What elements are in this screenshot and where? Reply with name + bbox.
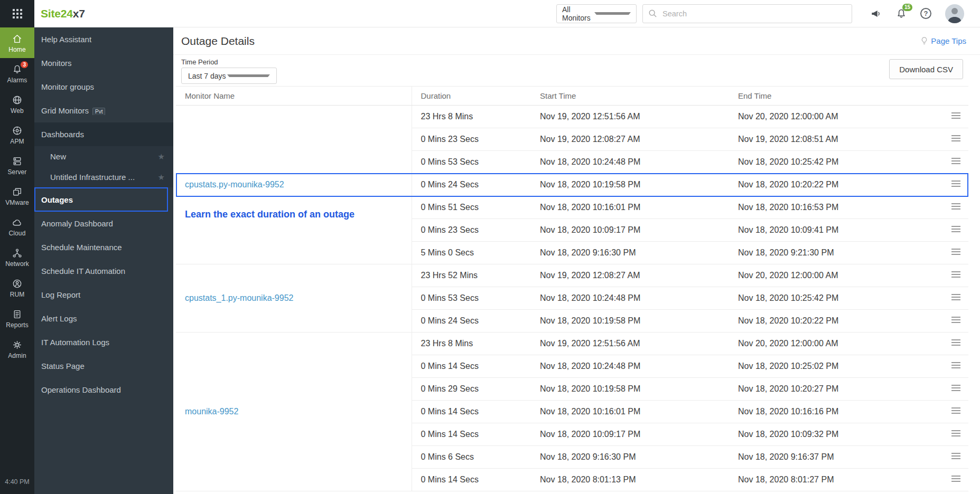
- row-menu-icon[interactable]: [950, 131, 962, 145]
- table-header-row: Monitor Name Duration Start Time End Tim…: [176, 87, 968, 106]
- sidebar-item-grid-monitors[interactable]: Grid MonitorsPvt: [34, 99, 173, 122]
- end-time-cell: Nov 18, 2020 10:16:16 PM: [729, 401, 943, 423]
- rail-item-web[interactable]: Web: [0, 89, 34, 119]
- rail-item-cloud[interactable]: Cloud: [0, 211, 34, 242]
- help-icon[interactable]: ?: [920, 8, 931, 19]
- start-time-cell: Nov 18, 2020 10:24:48 PM: [531, 287, 729, 310]
- user-avatar[interactable]: [945, 4, 964, 23]
- row-menu-icon[interactable]: [950, 313, 962, 327]
- sidebar-item-label: IT Automation Logs: [41, 338, 165, 347]
- column-header-menu: [943, 87, 968, 106]
- end-time-cell: Nov 20, 2020 12:00:00 AM: [729, 264, 943, 287]
- duration-cell: 0 Mins 14 Secs: [412, 355, 531, 378]
- sidebar-item-new[interactable]: New★: [34, 146, 173, 167]
- monitor-scope-select[interactable]: All Monitors: [556, 4, 637, 23]
- row-menu-cell: [943, 378, 968, 401]
- sidebar-item-schedule-it-automation[interactable]: Schedule IT Automation: [34, 259, 173, 283]
- row-menu-icon[interactable]: [950, 109, 962, 122]
- rail-item-alarms[interactable]: 3Alarms: [0, 58, 34, 89]
- download-csv-button[interactable]: Download CSV: [889, 59, 963, 79]
- chevron-down-icon: [227, 74, 270, 77]
- rail-item-apm[interactable]: APM: [0, 119, 34, 150]
- rail-item-home[interactable]: Home: [0, 27, 34, 58]
- rail-item-label: Network: [5, 260, 29, 268]
- sidebar-item-schedule-maintenance[interactable]: Schedule Maintenance: [34, 235, 173, 259]
- row-menu-icon[interactable]: [950, 154, 962, 168]
- row-menu-icon[interactable]: [950, 404, 962, 417]
- pvt-badge: Pvt: [92, 108, 105, 115]
- sidebar-item-monitors[interactable]: Monitors: [34, 51, 173, 75]
- sidebar-item-label: Monitors: [41, 59, 165, 68]
- duration-cell: 0 Mins 53 Secs: [412, 287, 531, 310]
- duration-cell: 0 Mins 6 Secs: [412, 446, 531, 469]
- row-menu-icon[interactable]: [950, 472, 962, 486]
- start-time-cell: Nov 18, 2020 9:16:30 PM: [531, 242, 729, 264]
- sidebar-item-label: Dashboards: [41, 130, 165, 139]
- end-time-cell: Nov 20, 2020 12:00:00 AM: [729, 106, 943, 128]
- row-menu-icon[interactable]: [950, 381, 962, 395]
- row-menu-icon[interactable]: [950, 222, 962, 236]
- sidebar-item-operations-dashboard[interactable]: Operations Dashboard: [34, 378, 173, 402]
- rail-item-network[interactable]: Network: [0, 242, 34, 272]
- rail-item-label: Admin: [8, 352, 26, 359]
- search-icon: [648, 9, 657, 18]
- notifications-bell-icon[interactable]: 15: [895, 8, 907, 20]
- announcements-icon[interactable]: [870, 8, 882, 20]
- sidebar-item-log-report[interactable]: Log Report: [34, 283, 173, 307]
- sidebar-item-anomaly-dashboard[interactable]: Anomaly Dashboard: [34, 212, 173, 235]
- time-period-select[interactable]: Last 7 days: [181, 68, 277, 84]
- row-menu-icon[interactable]: [950, 358, 962, 372]
- search-input[interactable]: [661, 9, 846, 18]
- rail-item-server[interactable]: Server: [0, 150, 34, 180]
- rail-item-admin[interactable]: Admin: [0, 334, 34, 364]
- row-menu-icon[interactable]: [950, 449, 962, 463]
- row-menu-icon[interactable]: [950, 268, 962, 281]
- rail-item-rum[interactable]: RUM: [0, 272, 34, 303]
- monitor-name-link[interactable]: cpustats.py-mounika-9952: [185, 180, 284, 189]
- bulb-icon: [920, 36, 928, 45]
- sidebar-item-monitor-groups[interactable]: Monitor groups: [34, 75, 173, 99]
- site24x7-logo[interactable]: Site24x7: [41, 7, 85, 20]
- network-icon: [12, 247, 23, 259]
- end-time-cell: Nov 18, 2020 10:25:42 PM: [729, 151, 943, 174]
- rail-item-vmware[interactable]: VMware: [0, 180, 34, 211]
- monitor-name-link[interactable]: mounika-9952: [185, 407, 238, 416]
- star-icon[interactable]: ★: [158, 152, 165, 162]
- sidebar-item-dashboards[interactable]: Dashboards: [34, 122, 173, 146]
- row-menu-icon[interactable]: [950, 177, 962, 191]
- start-time-cell: Nov 19, 2020 12:51:56 AM: [531, 332, 729, 355]
- duration-cell: 0 Mins 14 Secs: [412, 423, 531, 446]
- start-time-cell: Nov 18, 2020 10:19:58 PM: [531, 174, 729, 196]
- sidebar-item-it-automation-logs[interactable]: IT Automation Logs: [34, 330, 173, 354]
- main-content: Outage Details Page Tips Time Period Las…: [173, 27, 980, 494]
- sidebar-item-untitled-infrastructure[interactable]: Untitled Infrastructure ...★: [34, 167, 173, 187]
- chevron-down-icon: [594, 12, 631, 15]
- row-menu-icon[interactable]: [950, 336, 962, 349]
- monitor-name-link[interactable]: cpustats_1.py-mounika-9952: [185, 293, 293, 302]
- sidebar-item-outages[interactable]: Outages: [34, 187, 168, 212]
- row-menu-cell: [943, 219, 968, 242]
- end-time-cell: Nov 18, 2020 10:25:42 PM: [729, 287, 943, 310]
- home-icon: [12, 33, 23, 45]
- sidebar-item-status-page[interactable]: Status Page: [34, 354, 173, 378]
- row-menu-icon[interactable]: [950, 200, 962, 213]
- sidebar-item-label: Schedule Maintenance: [41, 243, 165, 252]
- star-icon[interactable]: ★: [158, 173, 165, 182]
- sidebar-item-help-assistant[interactable]: Help Assistant: [34, 27, 173, 51]
- rail-item-reports[interactable]: Reports: [0, 303, 34, 334]
- duration-cell: 0 Mins 14 Secs: [412, 469, 531, 491]
- row-menu-icon[interactable]: [950, 290, 962, 304]
- end-time-cell: Nov 18, 2020 10:09:41 PM: [729, 219, 943, 242]
- apps-grid-icon[interactable]: [0, 0, 34, 27]
- logo-text-green: Site24: [41, 7, 73, 20]
- sidebar-item-alert-logs[interactable]: Alert Logs: [34, 307, 173, 330]
- monitor-scope-value: All Monitors: [562, 5, 594, 22]
- sidebar-item-label: Monitor groups: [41, 82, 165, 91]
- duration-cell: 0 Mins 53 Secs: [412, 151, 531, 174]
- row-menu-icon[interactable]: [950, 245, 962, 259]
- row-menu-cell: [943, 332, 968, 355]
- page-tips-link[interactable]: Page Tips: [920, 36, 966, 45]
- rail-item-label: VMware: [5, 199, 29, 206]
- row-menu-icon[interactable]: [950, 426, 962, 440]
- rail-item-label: Reports: [6, 321, 29, 329]
